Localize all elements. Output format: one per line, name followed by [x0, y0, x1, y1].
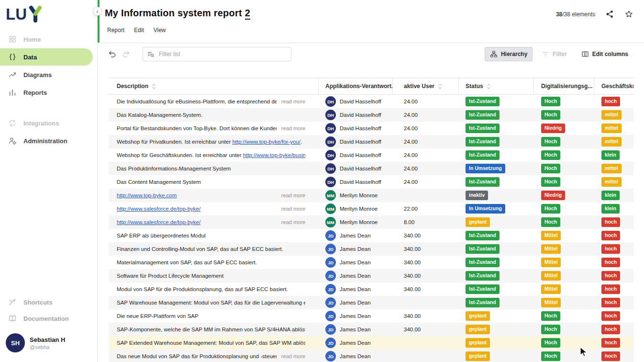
column-header-active-user[interactable]: aktive User: [393, 78, 459, 94]
table-row[interactable]: Finanzen und Controlling-Modul von SAP, …: [109, 242, 633, 256]
table-row[interactable]: Die Individuallösung für eBusiness-Platt…: [109, 95, 633, 108]
sidebar-item-integrations[interactable]: Integrations: [0, 114, 93, 132]
column-header-application-owner[interactable]: Applikations-Verantwort...: [319, 78, 393, 94]
owner-name: Merilyn Monroe: [340, 219, 378, 225]
active-user-value: 24.00: [404, 139, 418, 145]
criticality-badge: hoch: [601, 258, 620, 267]
table-row[interactable]: Webshop für Privatkunden. Ist erreichbar…: [109, 135, 633, 148]
undo-icon[interactable]: [108, 50, 117, 58]
sidebar-item-diagrams[interactable]: Diagrams: [0, 66, 93, 83]
menu-view[interactable]: View: [154, 27, 166, 34]
sort-icon: [487, 83, 491, 90]
toolbar: Hierarchy Filter Edit columns: [98, 43, 644, 65]
owner-avatar: JD: [325, 338, 336, 348]
menu-edit[interactable]: Edit: [134, 27, 144, 34]
criticality-badge: mittel: [601, 164, 622, 173]
table-row[interactable]: Software für Product Lifecycle Managemen…: [109, 269, 633, 283]
table-row[interactable]: Das Katalog-Management-System.DHDavid Ha…: [109, 108, 633, 122]
sidebar-collapse-button[interactable]: ‹: [93, 7, 102, 16]
table-row[interactable]: SAP Warehouse Management: Modul von SAP,…: [109, 296, 633, 309]
sidebar-item-label: Shortcuts: [23, 299, 53, 306]
active-user-cell: [393, 296, 459, 309]
active-user-value: 24.00: [404, 112, 418, 118]
column-header-label: Status: [466, 83, 483, 90]
digitalization-badge: Mittel: [541, 231, 561, 240]
column-header-description[interactable]: Description: [109, 78, 319, 94]
column-header-status[interactable]: Status: [459, 78, 534, 94]
read-more-link[interactable]: read more: [281, 206, 305, 212]
active-user-value: 8.00: [404, 219, 414, 225]
filter-input-field[interactable]: [158, 50, 287, 58]
criticality-badge: hoch: [601, 284, 620, 294]
star-icon[interactable]: [624, 10, 633, 19]
table-row[interactable]: Portal für Bestandskunden von Top-Byke. …: [109, 122, 633, 135]
criticality-cell: hoch: [594, 309, 633, 323]
criticality-cell: klein: [594, 189, 633, 202]
table-row[interactable]: http://www.top-byke.comread moreMMMerily…: [109, 189, 633, 202]
active-user-value: 24.00: [404, 179, 418, 185]
table-row[interactable]: http://www.salesforce.de/top-byke/read m…: [109, 202, 633, 215]
table-header: Description Applikations-Verantwort... a…: [109, 78, 633, 95]
description-cell: Software für Product Lifecycle Managemen…: [109, 269, 319, 283]
table-row[interactable]: Modul von SAP für die Produktionsplanung…: [109, 283, 633, 296]
user-admin-icon: [8, 136, 17, 145]
sort-icon: [152, 83, 156, 90]
read-more-link[interactable]: read more: [281, 99, 305, 104]
filter-button[interactable]: Filter: [536, 47, 572, 61]
sidebar-item-shortcuts[interactable]: Shortcuts: [0, 294, 97, 310]
elements-count-suffix: /38 elements: [562, 11, 595, 18]
description-text: SAP Extended Warehouse Management: Modul…: [117, 340, 305, 346]
read-more-link[interactable]: read more: [281, 192, 305, 198]
table-row[interactable]: Das neue Modul von SAP das für Produktio…: [109, 350, 633, 362]
description-link[interactable]: http://www.top-byke.com: [117, 192, 177, 198]
status-cell: Ist-Zustand: [459, 95, 534, 108]
description-text: http://www.salesforce.de/top-byke/: [117, 219, 277, 225]
redo-icon[interactable]: [122, 50, 130, 58]
page-title-suffix: 2: [245, 8, 250, 20]
sidebar-item-administration[interactable]: Administration: [0, 132, 93, 149]
grid-icon: [8, 35, 17, 44]
table-row[interactable]: Die neue ERP-Plattform von SAPJDJames De…: [109, 309, 633, 323]
user-profile[interactable]: SH Sebastian H @sebha: [0, 327, 97, 359]
read-more-link[interactable]: read more: [281, 353, 305, 359]
table-row[interactable]: http://www.salesforce.de/top-byke/read m…: [109, 215, 633, 229]
read-more-link[interactable]: read more: [281, 219, 305, 225]
table-row[interactable]: Das Produktinformations-Management Syste…: [109, 162, 633, 175]
table-row[interactable]: Das Content Management SystemDHDavid Has…: [109, 175, 633, 189]
sidebar-item-reports[interactable]: Reports: [0, 84, 93, 101]
digitalization-badge: Mittel: [541, 244, 561, 253]
table-row[interactable]: SAP-Komponente, welche die SAP MM im Rah…: [109, 323, 633, 336]
sidebar-item-home[interactable]: Home: [0, 31, 93, 48]
table-row[interactable]: Webshop für Geschäftskunden. Ist erreich…: [109, 148, 633, 162]
table-row[interactable]: SAP ERP als übergeordnetes ModulJDJames …: [109, 229, 633, 242]
share-icon[interactable]: [605, 10, 614, 19]
criticality-cell: mittel: [594, 135, 633, 148]
table-row[interactable]: SAP Extended Warehouse Management: Modul…: [109, 336, 633, 350]
description-link[interactable]: http://www.salesforce.de/top-byke/: [117, 206, 200, 212]
menu-report[interactable]: Report: [107, 27, 124, 34]
sync-icon: [8, 119, 17, 127]
edit-columns-button[interactable]: Edit columns: [576, 47, 633, 61]
column-header-business-criticality[interactable]: Geschäftskritik...: [594, 78, 633, 94]
sidebar-item-data[interactable]: Data: [0, 48, 93, 66]
digitalization-cell: Hoch: [534, 95, 594, 108]
description-link[interactable]: http://www.salesforce.de/top-byke/: [117, 219, 200, 225]
owner-avatar: MM: [325, 190, 336, 201]
hierarchy-button[interactable]: Hierarchy: [485, 47, 533, 61]
filter-list-input[interactable]: [143, 47, 291, 61]
active-user-cell: [393, 189, 459, 202]
criticality-cell: hoch: [594, 242, 633, 256]
description-link[interactable]: http://www.top-byke/business/: [243, 152, 305, 158]
digitalization-cell: Hoch: [534, 215, 594, 229]
owner-name: James Dean: [340, 260, 371, 265]
column-header-digitalization[interactable]: Digitalisierungsg...: [534, 78, 594, 94]
column-header-label: Description: [117, 83, 148, 90]
owner-name: David Hasselhoff: [340, 139, 381, 145]
read-more-link[interactable]: read more: [281, 125, 305, 131]
sidebar-item-documentation[interactable]: Documentation: [0, 310, 97, 327]
description-link[interactable]: http://www.top-byke/for-you/: [232, 139, 300, 145]
table-row[interactable]: Materialmanagement von SAP, das auf SAP …: [109, 256, 633, 269]
description-text: Das Content Management System: [117, 179, 305, 185]
description-cell: SAP-Komponente, welche die SAP MM im Rah…: [109, 323, 319, 336]
criticality-cell: hoch: [594, 336, 633, 350]
